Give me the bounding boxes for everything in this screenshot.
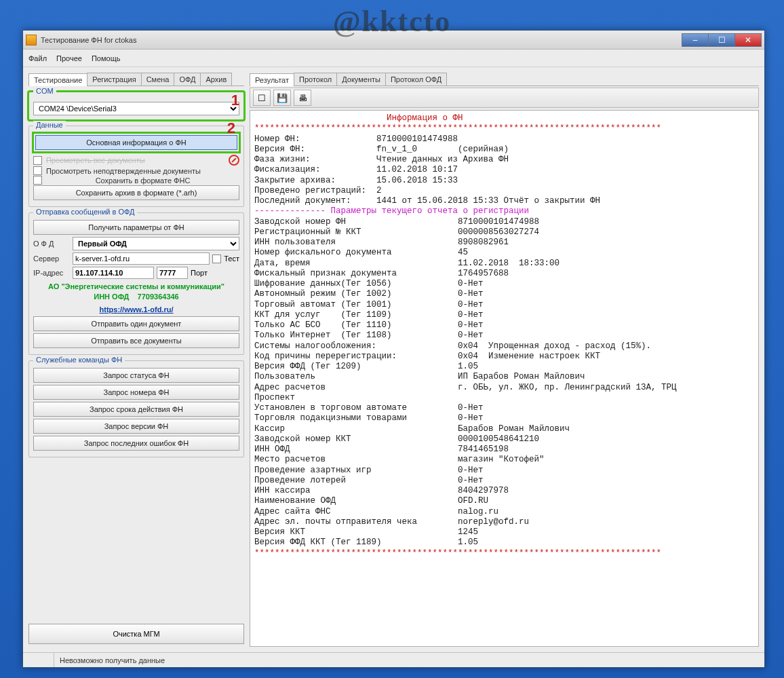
tab-protocol[interactable]: Протокол: [294, 73, 337, 86]
left-tabs: Тестирование Регистрация Смена ОФД Архив: [28, 73, 244, 86]
btn-send-all[interactable]: Отправить все документы: [33, 333, 239, 348]
ofd-inn-label: ИНН ОФД: [94, 293, 129, 301]
maximize-button[interactable]: ☐: [708, 33, 735, 47]
console-text: Информация о ФН ************************…: [250, 111, 758, 561]
btn-status[interactable]: Запрос статуса ФН: [33, 368, 239, 383]
close-button[interactable]: ✕: [734, 33, 762, 47]
tab-protocol-ofd[interactable]: Протокол ОФД: [385, 73, 447, 86]
marker-2: 2: [227, 119, 235, 137]
chk-view-unconfirmed[interactable]: [33, 166, 42, 175]
marker-1: 1: [231, 92, 239, 109]
group-ofd: Отправка сообщений в ОФД Получить параме…: [28, 212, 244, 355]
app-window: Тестирование ФН for ctokas – ☐ ✕ Файл Пр…: [22, 30, 765, 668]
group-service: Служебные команды ФН Запрос статуса ФН З…: [28, 360, 244, 457]
tab-archive[interactable]: Архив: [200, 73, 232, 86]
port-input[interactable]: [157, 267, 188, 279]
ip-input[interactable]: [73, 267, 154, 279]
status-text: Невозможно получить данные: [54, 656, 165, 664]
group-data: Данные 2 Основная информация о ФН Просмо…: [28, 126, 244, 207]
chk-save-fns-label: Сохранить в формате ФНС: [46, 176, 239, 185]
titlebar: Тестирование ФН for ctokas – ☐ ✕: [23, 31, 764, 50]
server-label: Сервер: [33, 255, 70, 263]
chk-view-unconfirmed-label: Просмотреть неподтвержденные документы: [46, 167, 201, 175]
menu-help[interactable]: Помощь: [92, 54, 121, 62]
ofd-link[interactable]: https://www.1-ofd.ru/: [33, 305, 239, 314]
chk-test-label: Тест: [224, 255, 239, 263]
group-com: COM 1 COM24 \Device\Serial3: [28, 92, 244, 120]
btn-version[interactable]: Запрос версии ФН: [33, 419, 239, 434]
app-icon: [26, 35, 37, 45]
chk-view-all[interactable]: [33, 156, 42, 165]
tab-testing[interactable]: Тестирование: [28, 73, 87, 86]
port-label: Порт: [191, 269, 208, 277]
tab-documents[interactable]: Документы: [336, 73, 386, 86]
toolbar: ☐ 💾 🖶: [250, 88, 759, 108]
btn-clear-mgm[interactable]: Очистка МГМ: [28, 624, 244, 644]
statusbar: Невозможно получить данные: [23, 652, 764, 667]
print-icon[interactable]: 🖶: [294, 90, 311, 106]
tab-result[interactable]: Результат: [250, 73, 294, 86]
group-com-label: COM: [33, 87, 56, 95]
ip-label: IP-адрес: [33, 269, 70, 277]
btn-get-params[interactable]: Получить параметры от ФН: [33, 220, 239, 235]
ofd-inn-value: 7709364346: [138, 293, 179, 301]
btn-errors[interactable]: Запрос последних ошибок ФН: [33, 436, 239, 451]
window-title: Тестирование ФН for ctokas: [41, 36, 682, 44]
group-service-label: Служебные команды ФН: [33, 356, 125, 364]
right-pane: Результат Протокол Документы Протокол ОФ…: [250, 73, 759, 647]
tab-ofd[interactable]: ОФД: [174, 73, 201, 86]
menu-other[interactable]: Прочее: [56, 54, 82, 62]
menubar: Файл Прочее Помощь: [23, 50, 764, 67]
right-tabs: Результат Протокол Документы Протокол ОФ…: [250, 73, 759, 86]
ofd-select[interactable]: Первый ОФД: [73, 237, 239, 250]
menu-file[interactable]: Файл: [28, 54, 47, 62]
tab-shift[interactable]: Смена: [141, 73, 175, 86]
btn-number[interactable]: Запрос номера ФН: [33, 385, 239, 400]
tab-registration[interactable]: Регистрация: [87, 73, 141, 86]
ofd-select-label: О Ф Д: [33, 240, 70, 248]
chk-save-fns[interactable]: [33, 176, 42, 185]
com-port-select[interactable]: COM24 \Device\Serial3: [33, 102, 239, 115]
save-icon[interactable]: 💾: [273, 90, 291, 106]
console-area[interactable]: Информация о ФН ************************…: [250, 110, 759, 647]
btn-send-one[interactable]: Отправить один документ: [33, 316, 239, 331]
group-ofd-label: Отправка сообщений в ОФД: [33, 208, 137, 216]
server-input[interactable]: [73, 252, 210, 265]
chk-test[interactable]: [212, 255, 221, 263]
left-pane: Тестирование Регистрация Смена ОФД Архив…: [28, 73, 244, 647]
btn-main-info[interactable]: Основная информация о ФН: [35, 135, 237, 150]
new-icon[interactable]: ☐: [253, 90, 271, 106]
btn-expiry[interactable]: Запрос срока действия ФН: [33, 402, 239, 417]
btn-save-arh[interactable]: Сохранить архив в формате (*.arh): [33, 185, 239, 200]
minimize-button[interactable]: –: [682, 33, 709, 47]
group-data-label: Данные: [33, 121, 66, 129]
no-entry-icon: [229, 155, 239, 166]
chk-view-all-label: Просмотреть все документы: [46, 156, 224, 164]
ofd-org: АО "Энергетические системы и коммуникаци…: [33, 282, 239, 292]
